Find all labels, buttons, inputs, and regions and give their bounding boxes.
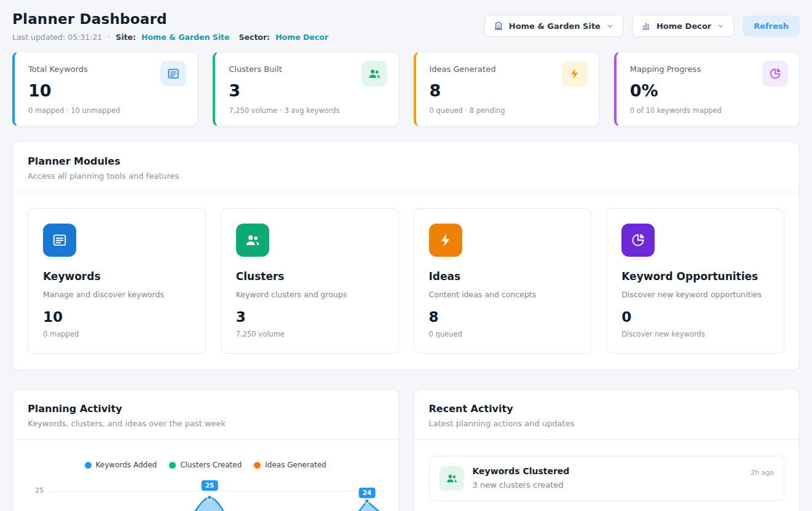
legend-dot <box>169 462 176 469</box>
module-description: Manage and discover keywords <box>43 290 191 299</box>
planning-activity-title: Planning Activity <box>28 403 384 415</box>
stats-row: Total Keywords 10 0 mapped · 10 unmapped… <box>12 52 800 127</box>
chevron-down-icon <box>717 22 725 30</box>
chevron-down-icon <box>606 22 614 30</box>
module-title: Keyword Opportunities <box>621 270 769 283</box>
planning-activity-header: Planning Activity Keywords, clusters, an… <box>13 389 398 440</box>
last-updated-text: Last updated: 05:31:21 <box>12 33 102 42</box>
site-label: Site: <box>116 33 136 42</box>
meta-separator: · <box>108 33 110 42</box>
module-detail: 0 queued <box>429 330 577 338</box>
stat-detail: 0 queued · 8 pending <box>430 106 585 115</box>
module-description: Keyword clusters and groups <box>236 290 384 299</box>
planning-activity-panel: Planning Activity Keywords, clusters, an… <box>12 389 399 511</box>
legend-item-keywords-added[interactable]: Keywords Added <box>85 461 157 469</box>
pie-chart-icon <box>762 61 788 87</box>
module-description: Content ideas and concepts <box>429 290 577 299</box>
module-value: 0 <box>621 309 769 325</box>
page-header: Planner Dashboard Last updated: 05:31:21… <box>12 11 800 42</box>
people-icon <box>361 61 387 87</box>
header-left: Planner Dashboard Last updated: 05:31:21… <box>12 11 328 42</box>
modules-grid: Keywords Manage and discover keywords 10… <box>13 192 799 370</box>
lightning-icon <box>562 61 588 87</box>
stat-detail: 7,250 volume · 3 avg keywords <box>229 106 384 115</box>
module-card-keyword-opportunities[interactable]: Keyword Opportunities Discover new keywo… <box>606 208 784 354</box>
chart-plot-area: 25 25 24 <box>28 477 384 511</box>
legend-dot <box>85 462 92 469</box>
stat-card-ideas-generated: Ideas Generated 8 0 queued · 8 pending <box>414 52 599 127</box>
data-point-label: 25 <box>202 480 218 491</box>
pie-chart-icon <box>621 224 655 257</box>
module-value: 8 <box>429 309 577 325</box>
stat-value: 10 <box>28 81 184 101</box>
recent-activity-title: Recent Activity <box>429 403 785 415</box>
stat-value: 8 <box>430 81 585 101</box>
people-icon <box>236 224 269 257</box>
bar-chart-icon <box>641 21 651 31</box>
activity-timestamp: 2h ago <box>751 466 774 477</box>
stat-card-clusters-built: Clusters Built 3 7,250 volume · 3 avg ke… <box>213 52 398 127</box>
header-controls: Home & Garden Site Home Decor Refresh <box>484 15 800 37</box>
planning-activity-subtitle: Keywords, clusters, and ideas over the p… <box>28 419 384 428</box>
module-title: Ideas <box>429 270 577 283</box>
data-point-label: 24 <box>359 488 376 498</box>
stat-detail: 0 of 10 keywords mapped <box>630 106 786 115</box>
site-selector-label: Home & Garden Site <box>509 21 601 31</box>
document-lines-icon <box>43 224 76 257</box>
page-title: Planner Dashboard <box>12 11 328 27</box>
modules-panel-title: Planner Modules <box>28 155 784 167</box>
stat-card-mapping-progress: Mapping Progress 0% 0 of 10 keywords map… <box>614 52 800 127</box>
chart-legend: Keywords Added Clusters Created Ideas Ge… <box>28 461 384 469</box>
module-description: Discover new keyword opportunities <box>621 290 769 299</box>
activity-item-body: Keywords Clustered 3 new clusters create… <box>473 466 570 490</box>
building-icon <box>494 21 503 31</box>
stat-value: 0% <box>630 81 786 101</box>
module-detail: 7,250 volume <box>236 330 384 338</box>
module-value: 10 <box>43 309 191 325</box>
module-card-ideas[interactable]: Ideas Content ideas and concepts 8 0 que… <box>414 208 592 354</box>
site-selector-dropdown[interactable]: Home & Garden Site <box>484 15 623 37</box>
activity-title: Keywords Clustered <box>473 466 570 476</box>
module-title: Clusters <box>236 270 384 283</box>
site-link[interactable]: Home & Garden Site <box>141 33 229 42</box>
stat-value: 3 <box>229 81 384 101</box>
document-lines-icon <box>160 61 186 87</box>
module-detail: Discover new keywords <box>621 330 769 338</box>
recent-activity-panel: Recent Activity Latest planning actions … <box>414 389 800 511</box>
stat-card-total-keywords: Total Keywords 10 0 mapped · 10 unmapped <box>12 52 198 127</box>
legend-label: Ideas Generated <box>265 461 326 469</box>
modules-panel-subtitle: Access all planning tools and features <box>28 171 784 181</box>
planning-activity-chart: Keywords Added Clusters Created Ideas Ge… <box>13 440 398 511</box>
refresh-button[interactable]: Refresh <box>743 15 800 37</box>
sector-label: Sector: <box>239 33 270 42</box>
legend-label: Keywords Added <box>96 461 157 469</box>
stat-detail: 0 mapped · 10 unmapped <box>28 106 184 115</box>
activity-description: 3 new clusters created <box>473 480 570 490</box>
legend-label: Clusters Created <box>180 461 242 469</box>
module-value: 3 <box>236 309 384 325</box>
recent-activity-list: Keywords Clustered 3 new clusters create… <box>414 440 800 511</box>
activity-item-keywords-clustered: Keywords Clustered 3 new clusters create… <box>429 456 785 501</box>
module-detail: 0 mapped <box>43 330 191 338</box>
modules-panel-header: Planner Modules Access all planning tool… <box>13 142 799 192</box>
lightning-icon <box>429 224 462 257</box>
planner-modules-panel: Planner Modules Access all planning tool… <box>12 141 800 370</box>
recent-activity-header: Recent Activity Latest planning actions … <box>414 389 800 440</box>
people-icon <box>440 466 464 491</box>
sector-selector-dropdown[interactable]: Home Decor <box>632 15 734 37</box>
sector-link[interactable]: Home Decor <box>275 33 328 42</box>
bottom-row: Planning Activity Keywords, clusters, an… <box>12 389 800 511</box>
module-title: Keywords <box>43 270 191 283</box>
module-card-keywords[interactable]: Keywords Manage and discover keywords 10… <box>28 208 206 354</box>
legend-dot <box>254 462 261 469</box>
recent-activity-subtitle: Latest planning actions and updates <box>429 419 785 428</box>
legend-item-ideas-generated[interactable]: Ideas Generated <box>254 461 326 469</box>
page-meta: Last updated: 05:31:21 · Site: Home & Ga… <box>12 33 328 42</box>
planner-dashboard-page: Planner Dashboard Last updated: 05:31:21… <box>0 0 812 511</box>
legend-item-clusters-created[interactable]: Clusters Created <box>169 461 242 469</box>
sector-selector-label: Home Decor <box>656 21 711 31</box>
module-card-clusters[interactable]: Clusters Keyword clusters and groups 3 7… <box>221 208 399 354</box>
